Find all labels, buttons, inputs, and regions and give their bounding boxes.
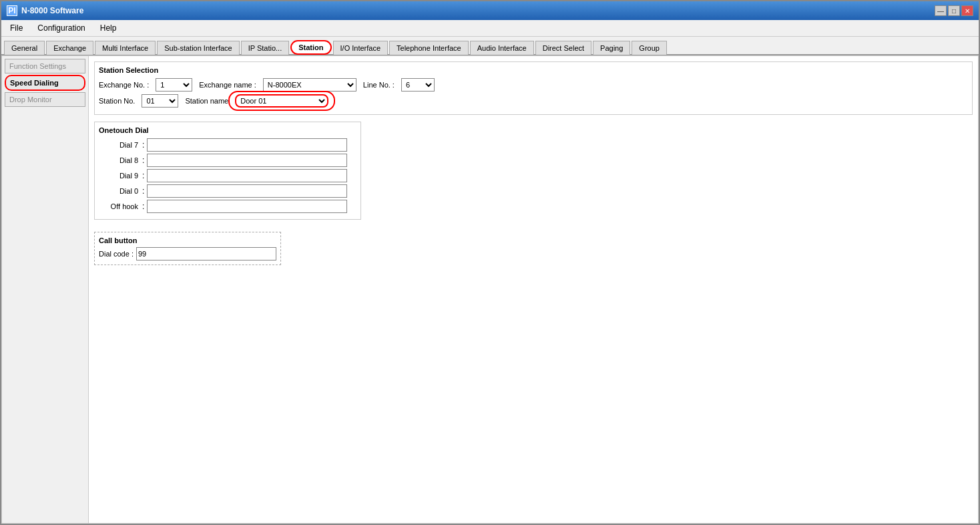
offhook-row: Off hook :: [99, 200, 356, 213]
dial-7-row: Dial 7 :: [99, 138, 356, 152]
menu-bar: File Configuration Help: [1, 20, 979, 37]
station-row-1: Exchange No. : 1 2 3 Exchange name : N-8…: [99, 78, 968, 92]
maximize-button[interactable]: □: [948, 5, 960, 16]
station-no-select[interactable]: 01: [142, 94, 178, 108]
tab-general[interactable]: General: [4, 41, 45, 55]
tab-station[interactable]: Station: [290, 40, 331, 55]
dial-8-label: Dial 8: [99, 156, 142, 164]
station-selection-title: Station Selection: [99, 66, 968, 74]
line-no-select[interactable]: 6: [401, 78, 435, 92]
sidebar-speed-dialing[interactable]: Speed Dialing: [5, 75, 85, 91]
dial-0-label: Dial 0: [99, 187, 142, 195]
tab-exchange[interactable]: Exchange: [46, 41, 93, 55]
station-row-2: Station No. 01 Station name Door 01: [99, 94, 968, 108]
exchange-name-select[interactable]: N-8000EX: [263, 78, 356, 92]
call-button-panel: Call button Dial code :: [94, 232, 281, 265]
menu-help[interactable]: Help: [94, 21, 123, 35]
dial-code-row: Dial code :: [99, 247, 276, 260]
main-panel: Station Selection Exchange No. : 1 2 3 E…: [89, 56, 978, 523]
window-title: N-8000 Software: [21, 6, 83, 15]
call-button-title: Call button: [99, 236, 276, 244]
sidebar-function-settings[interactable]: Function Settings: [5, 59, 85, 73]
app-icon: PI: [7, 5, 17, 16]
dial-0-input[interactable]: [147, 184, 347, 198]
onetouch-title: Onetouch Dial: [99, 126, 356, 134]
tab-paging[interactable]: Paging: [593, 41, 630, 55]
offhook-label: Off hook: [99, 202, 142, 210]
tab-direct-select[interactable]: Direct Select: [535, 41, 591, 55]
tab-telephone-interface[interactable]: Telephone Interface: [389, 41, 469, 55]
tab-ip-station[interactable]: IP Statio...: [241, 41, 290, 55]
title-bar-left: PI N-8000 Software: [7, 5, 83, 16]
dial-code-label: Dial code :: [99, 250, 134, 258]
dial-8-row: Dial 8 :: [99, 154, 356, 167]
exchange-name-label: Exchange name :: [199, 81, 256, 89]
menu-file[interactable]: File: [4, 21, 29, 35]
station-selection-panel: Station Selection Exchange No. : 1 2 3 E…: [94, 61, 973, 115]
tabs-bar: General Exchange Multi Interface Sub-sta…: [1, 37, 979, 55]
station-name-select[interactable]: Door 01: [235, 94, 328, 108]
tab-io-interface[interactable]: I/O Interface: [333, 41, 389, 55]
window-controls: — □ ✕: [935, 5, 973, 16]
title-bar: PI N-8000 Software — □ ✕: [1, 1, 979, 20]
dial-7-label: Dial 7: [99, 141, 142, 149]
exchange-no-select[interactable]: 1 2 3: [156, 78, 192, 92]
menu-configuration[interactable]: Configuration: [31, 21, 91, 35]
dial-9-row: Dial 9 :: [99, 169, 356, 182]
line-no-label: Line No. :: [363, 81, 395, 89]
content-area: Function Settings Speed Dialing Drop Mon…: [1, 55, 979, 524]
dial-7-input[interactable]: [147, 138, 347, 152]
tab-group[interactable]: Group: [632, 41, 667, 55]
close-button[interactable]: ✕: [961, 5, 973, 16]
tab-multi-interface[interactable]: Multi Interface: [95, 41, 156, 55]
tab-audio-interface[interactable]: Audio Interface: [470, 41, 534, 55]
sidebar-drop-monitor[interactable]: Drop Monitor: [5, 92, 85, 107]
main-window: PI N-8000 Software — □ ✕ File Configurat…: [0, 0, 980, 525]
minimize-button[interactable]: —: [935, 5, 947, 16]
station-name-label: Station name: [185, 97, 228, 105]
station-no-label: Station No.: [99, 97, 135, 105]
dial-9-input[interactable]: [147, 169, 347, 182]
dial-0-row: Dial 0 :: [99, 184, 356, 198]
dial-code-input[interactable]: [136, 247, 276, 260]
exchange-no-label: Exchange No. :: [99, 81, 149, 89]
sidebar: Function Settings Speed Dialing Drop Mon…: [2, 56, 89, 523]
tab-substation-interface[interactable]: Sub-station Interface: [157, 41, 240, 55]
onetouch-dial-panel: Onetouch Dial Dial 7 : Dial 8 : Dial 9 :: [94, 122, 361, 220]
offhook-input[interactable]: [147, 200, 347, 213]
dial-8-input[interactable]: [147, 154, 347, 167]
dial-9-label: Dial 9: [99, 172, 142, 180]
